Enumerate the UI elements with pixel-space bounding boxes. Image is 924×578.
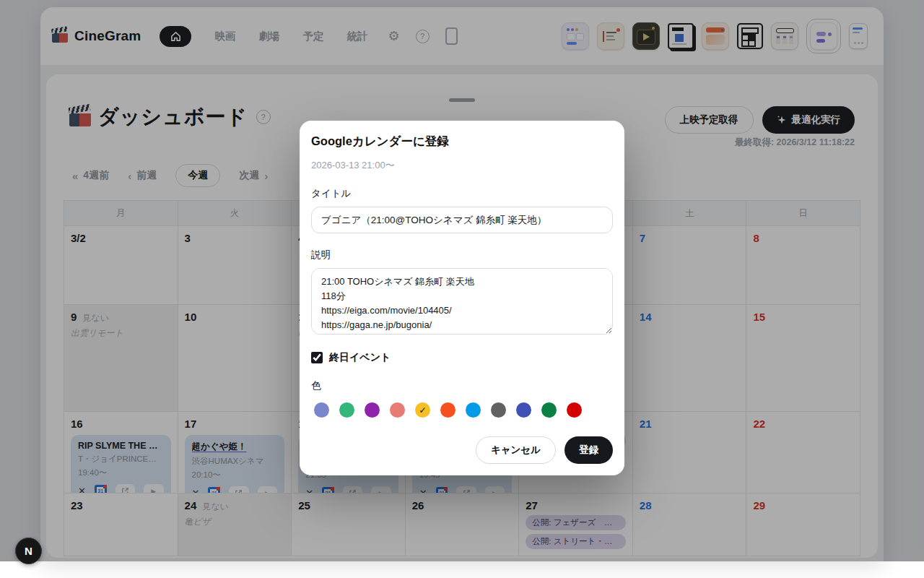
nextjs-dev-badge[interactable]: N [15,538,42,564]
allday-label: 終日イベント [329,351,391,364]
event-datetime: 2026-03-13 21:00〜 [311,159,613,172]
gcal-register-dialog: Googleカレンダーに登録 2026-03-13 21:00〜 タイトル 説明… [300,121,624,475]
screen: CineGram 映画劇場予定統計 ⚙ ? [0,0,924,578]
color-swatch-row: ✓ [311,402,613,418]
description-field-label: 説明 [311,249,613,262]
color-swatch-3[interactable] [390,402,405,418]
color-swatch-4[interactable]: ✓ [415,402,430,418]
color-swatch-2[interactable] [365,402,380,418]
color-swatch-10[interactable] [567,402,582,418]
title-field-label: タイトル [311,187,613,200]
color-swatch-1[interactable] [339,402,354,418]
allday-checkbox[interactable] [311,352,323,363]
color-swatch-6[interactable] [466,402,481,418]
event-description-textarea[interactable]: 21:00 TOHOシネマズ 錦糸町 楽天地 118分 https://eiga… [311,268,613,335]
dialog-footer: キャンセル 登録 [311,436,613,464]
color-swatch-5[interactable] [440,402,456,418]
color-swatch-0[interactable] [314,402,329,418]
event-title-input[interactable] [311,207,613,233]
color-swatch-8[interactable] [516,402,531,418]
color-field-label: 色 [311,379,613,392]
submit-button[interactable]: 登録 [565,436,613,464]
allday-checkbox-row: 終日イベント [311,351,613,364]
dev-badge-letter: N [25,545,32,557]
dialog-title: Googleカレンダーに登録 [311,134,613,150]
color-swatch-7[interactable] [491,402,506,418]
color-swatch-9[interactable] [541,402,557,418]
cancel-button[interactable]: キャンセル [476,436,556,464]
